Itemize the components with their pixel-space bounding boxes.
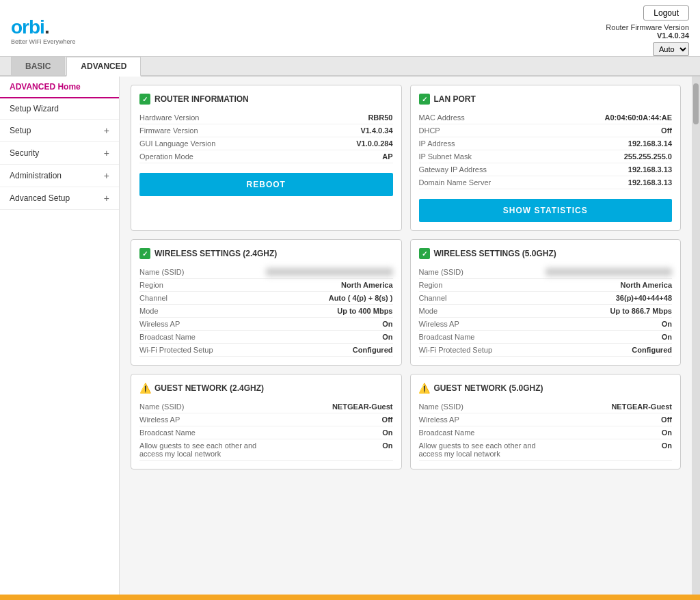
mac-address-value: A0:04:60:0A:44:AE bbox=[546, 113, 672, 122]
lan-port-card: ✓ LAN PORT MAC Address A0:04:60:0A:44:AE… bbox=[410, 85, 682, 231]
g24-broadcast-label: Broadcast Name bbox=[139, 428, 266, 437]
main-layout: ADVANCED Home Setup Wizard Setup + Secur… bbox=[0, 77, 700, 595]
guest-50-card: ⚠️ GUEST NETWORK (5.0GHZ) Name (SSID) NE… bbox=[410, 374, 682, 469]
w24-broadcast-label: Broadcast Name bbox=[139, 333, 266, 341]
w50-mode-row: Mode Up to 866.7 Mbps bbox=[419, 305, 673, 318]
gui-version-label: GUI Language Version bbox=[139, 139, 266, 148]
w50-ap-row: Wireless AP On bbox=[419, 318, 673, 331]
dns-label: Domain Name Server bbox=[419, 178, 546, 187]
guest-50-header: ⚠️ GUEST NETWORK (5.0GHZ) bbox=[419, 383, 673, 394]
tab-advanced[interactable]: ADVANCED bbox=[66, 57, 141, 77]
g24-ssid-row: Name (SSID) NETGEAR-Guest bbox=[139, 400, 393, 413]
sidebar-item-setup-wizard[interactable]: Setup Wizard bbox=[0, 98, 119, 120]
guest-24-title: GUEST NETWORK (2.4GHZ) bbox=[154, 383, 264, 393]
row-1: ✓ ROUTER INFORMATION Hardware Version RB… bbox=[131, 85, 681, 231]
w24-broadcast-row: Broadcast Name On bbox=[139, 331, 393, 344]
guest-24-header: ⚠️ GUEST NETWORK (2.4GHZ) bbox=[139, 383, 393, 394]
header-right: Logout Router Firmware Version V1.4.0.34… bbox=[606, 5, 689, 56]
firmware-label: Router Firmware Version bbox=[606, 23, 689, 31]
w24-wps-label: Wi-Fi Protected Setup bbox=[139, 346, 266, 354]
w24-channel-label: Channel bbox=[139, 294, 266, 302]
w50-wps-label: Wi-Fi Protected Setup bbox=[419, 346, 546, 354]
gui-version-value: V1.0.0.284 bbox=[266, 139, 392, 148]
w50-ssid-row: Name (SSID) SSID_HIDDEN bbox=[419, 266, 673, 279]
hw-version-row: Hardware Version RBR50 bbox=[139, 111, 393, 124]
show-statistics-button[interactable]: SHOW STATISTICS bbox=[419, 199, 673, 222]
guest-24-warn-icon: ⚠️ bbox=[139, 383, 150, 394]
setup-expand-icon: + bbox=[104, 125, 109, 136]
dhcp-row: DHCP Off bbox=[419, 124, 673, 137]
g50-broadcast-label: Broadcast Name bbox=[419, 428, 546, 437]
tabs-bar: BASIC ADVANCED bbox=[0, 57, 700, 77]
firmware-info: Router Firmware Version V1.4.0.34 bbox=[606, 23, 689, 40]
guest-50-warn-icon: ⚠️ bbox=[419, 383, 430, 394]
g50-ap-value: Off bbox=[546, 415, 672, 424]
header: orbi. Better WiFi Everywhere Logout Rout… bbox=[0, 0, 700, 57]
w24-channel-value: Auto ( 4(p) + 8(s) ) bbox=[266, 294, 392, 302]
footer: Help & Support – Documentation | Online … bbox=[0, 595, 700, 600]
subnet-mask-row: IP Subnet Mask 255.255.255.0 bbox=[419, 150, 673, 163]
g24-ap-value: Off bbox=[266, 415, 392, 424]
ip-address-label: IP Address bbox=[419, 139, 546, 148]
g50-broadcast-row: Broadcast Name On bbox=[419, 426, 673, 439]
w50-mode-label: Mode bbox=[419, 307, 546, 315]
sidebar-item-advanced-home[interactable]: ADVANCED Home bbox=[0, 77, 119, 98]
g50-ssid-value: NETGEAR-Guest bbox=[546, 403, 672, 411]
dhcp-value: Off bbox=[546, 126, 672, 135]
logout-button[interactable]: Logout bbox=[643, 5, 689, 21]
sidebar-item-security[interactable]: Security + bbox=[0, 142, 119, 165]
w50-channel-value: 36(p)+40+44+48 bbox=[546, 294, 672, 302]
ip-address-row: IP Address 192.168.3.14 bbox=[419, 137, 673, 150]
wireless-50-title: WIRELESS SETTINGS (5.0GHZ) bbox=[434, 249, 556, 258]
w24-region-row: Region North America bbox=[139, 279, 393, 292]
gui-version-row: GUI Language Version V1.0.0.284 bbox=[139, 137, 393, 150]
reboot-button[interactable]: REBOOT bbox=[139, 173, 393, 196]
w24-region-value: North America bbox=[266, 281, 392, 289]
dns-row: Domain Name Server 192.168.3.13 bbox=[419, 176, 673, 189]
g24-allow-label: Allow guests to see each other and acces… bbox=[139, 441, 266, 458]
w24-ssid-label: Name (SSID) bbox=[139, 268, 266, 276]
g50-ap-row: Wireless AP Off bbox=[419, 413, 673, 426]
w50-wps-value: Configured bbox=[546, 346, 672, 354]
gateway-ip-label: Gateway IP Address bbox=[419, 165, 546, 174]
sidebar-item-setup[interactable]: Setup + bbox=[0, 120, 119, 142]
g24-allow-row: Allow guests to see each other and acces… bbox=[139, 439, 393, 461]
auto-select[interactable]: Auto bbox=[653, 42, 689, 56]
mac-address-row: MAC Address A0:04:60:0A:44:AE bbox=[419, 111, 673, 124]
op-mode-label: Operation Mode bbox=[139, 152, 266, 161]
gateway-ip-value: 192.168.3.13 bbox=[546, 165, 672, 174]
g50-ssid-row: Name (SSID) NETGEAR-Guest bbox=[419, 400, 673, 413]
administration-expand-icon: + bbox=[104, 170, 109, 181]
scroll-thumb[interactable] bbox=[693, 83, 699, 124]
w24-ap-row: Wireless AP On bbox=[139, 318, 393, 331]
gateway-ip-row: Gateway IP Address 192.168.3.13 bbox=[419, 163, 673, 176]
fw-version-label: Firmware Version bbox=[139, 126, 266, 135]
w50-channel-label: Channel bbox=[419, 294, 546, 302]
w50-broadcast-label: Broadcast Name bbox=[419, 333, 546, 341]
g24-ap-row: Wireless AP Off bbox=[139, 413, 393, 426]
hw-version-label: Hardware Version bbox=[139, 113, 266, 122]
wireless-24-title: WIRELESS SETTINGS (2.4GHZ) bbox=[154, 249, 277, 258]
g24-allow-value: On bbox=[266, 441, 392, 458]
sidebar-item-advanced-setup[interactable]: Advanced Setup + bbox=[0, 187, 119, 210]
w24-region-label: Region bbox=[139, 281, 266, 289]
lan-port-title: LAN PORT bbox=[434, 94, 476, 104]
router-info-card: ✓ ROUTER INFORMATION Hardware Version RB… bbox=[131, 85, 402, 231]
wireless-24-header: ✓ WIRELESS SETTINGS (2.4GHZ) bbox=[139, 248, 393, 259]
op-mode-row: Operation Mode AP bbox=[139, 150, 393, 163]
w24-mode-label: Mode bbox=[139, 307, 266, 315]
w24-channel-row: Channel Auto ( 4(p) + 8(s) ) bbox=[139, 292, 393, 305]
g24-ssid-label: Name (SSID) bbox=[139, 403, 266, 411]
dns-value: 192.168.3.13 bbox=[546, 178, 672, 187]
w50-ap-value: On bbox=[546, 320, 672, 328]
w50-broadcast-value: On bbox=[546, 333, 672, 341]
content-area: ✓ ROUTER INFORMATION Hardware Version RB… bbox=[120, 77, 692, 595]
g24-ssid-value: NETGEAR-Guest bbox=[266, 403, 392, 411]
tab-basic[interactable]: BASIC bbox=[11, 57, 65, 75]
sidebar-item-administration[interactable]: Administration + bbox=[0, 165, 119, 187]
dhcp-label: DHCP bbox=[419, 126, 546, 135]
g50-allow-row: Allow guests to see each other and acces… bbox=[419, 439, 673, 461]
w50-ap-label: Wireless AP bbox=[419, 320, 546, 328]
w50-channel-row: Channel 36(p)+40+44+48 bbox=[419, 292, 673, 305]
scrollbar[interactable] bbox=[692, 77, 700, 595]
